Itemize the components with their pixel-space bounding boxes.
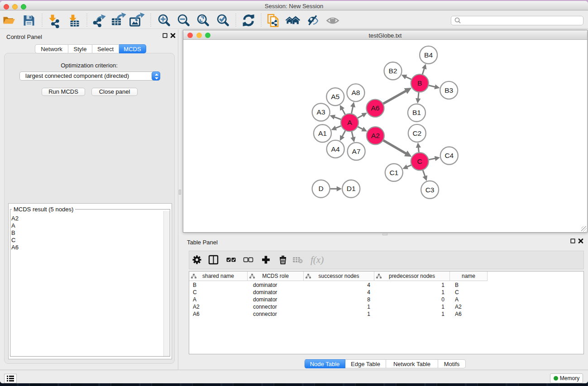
svg-text:A7: A7 xyxy=(352,148,361,155)
svg-text:D1: D1 xyxy=(347,185,356,192)
svg-text:C4: C4 xyxy=(445,152,454,159)
svg-text:A5: A5 xyxy=(331,93,339,100)
svg-text:B: B xyxy=(417,79,422,87)
svg-text:A: A xyxy=(347,119,352,126)
svg-text:C2: C2 xyxy=(412,129,421,137)
svg-text:B2: B2 xyxy=(389,67,397,75)
svg-text:f(x): f(x) xyxy=(311,254,324,265)
svg-text:B3: B3 xyxy=(445,86,453,94)
svg-text:A8: A8 xyxy=(351,89,360,96)
svg-text:A2: A2 xyxy=(371,132,380,139)
svg-text:C: C xyxy=(417,157,422,165)
svg-text:D: D xyxy=(318,185,323,192)
svg-text:B4: B4 xyxy=(424,51,433,59)
svg-text:C3: C3 xyxy=(425,186,435,194)
svg-text:A3: A3 xyxy=(317,108,325,116)
svg-text:A4: A4 xyxy=(331,145,340,153)
svg-text:A1: A1 xyxy=(318,129,327,137)
svg-text:A6: A6 xyxy=(371,104,379,112)
svg-text:B1: B1 xyxy=(412,109,421,116)
svg-text:C1: C1 xyxy=(389,169,398,176)
